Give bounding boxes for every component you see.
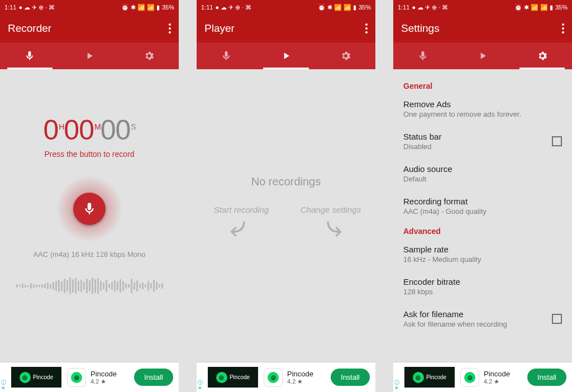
- record-button[interactable]: [73, 193, 106, 225]
- play-icon: [280, 50, 292, 61]
- ad-install-button[interactable]: Install: [134, 369, 173, 386]
- android-status-bar: 1:11 ● ☁ ✈ ⊕ · ⌘ ⏰ ✱ 📶 📶 ▮ 35%: [197, 0, 375, 15]
- ad-info-icon[interactable]: ⓘ✕: [1, 380, 6, 391]
- setting-encoder-bitrate[interactable]: Encoder bitrate 128 kbps: [393, 270, 572, 303]
- android-status-bar: 1:11 ● ☁ ✈ ⊕ · ⌘ ⏰ ✱ 📶 📶 ▮ 35%: [0, 0, 179, 15]
- gear-icon: [340, 50, 351, 61]
- tab-recorder[interactable]: [0, 42, 60, 69]
- ad-brand-tile: ◎ Pincode: [208, 367, 258, 388]
- battery-text: 35%: [555, 4, 568, 11]
- android-status-bar: 1:11 ● ☁ ✈ ⊕ · ⌘ ⏰ ✱ 📶 📶 ▮ 35%: [393, 0, 572, 15]
- ad-install-button[interactable]: Install: [331, 369, 370, 386]
- tab-player[interactable]: [60, 42, 120, 69]
- setting-title: Ask for filename: [403, 309, 552, 319]
- setting-status-bar[interactable]: Status bar Disabled: [393, 125, 572, 157]
- tab-player[interactable]: [256, 42, 316, 69]
- mic-icon: [221, 50, 232, 61]
- tab-player[interactable]: [453, 42, 513, 69]
- tab-bar: [0, 42, 179, 69]
- mic-icon: [24, 50, 35, 61]
- setting-audio-source[interactable]: Audio source Default: [393, 157, 572, 190]
- overflow-menu-icon[interactable]: [169, 23, 171, 34]
- setting-sub: One payment to remove ads forever.: [403, 110, 562, 118]
- timer-minutes: 00: [64, 114, 94, 146]
- setting-title: Remove Ads: [403, 99, 562, 109]
- tab-settings[interactable]: [119, 42, 179, 69]
- setting-sample-rate[interactable]: Sample rate 16 kHz - Medium quality: [393, 238, 572, 270]
- settings-content[interactable]: General Remove Ads One payment to remove…: [393, 69, 572, 362]
- ad-rating: 4.2 ★: [287, 378, 331, 385]
- tab-settings[interactable]: [512, 42, 572, 69]
- status-time: 1:11: [201, 4, 213, 11]
- record-button-glow: [56, 175, 123, 242]
- ad-banner[interactable]: ⓘ✕ ◎ Pincode ◎ Pincode 4.2 ★ Install: [393, 362, 572, 392]
- unit-h: H: [59, 122, 64, 131]
- setting-recording-format[interactable]: Recording format AAC (m4a) - Good qualit…: [393, 190, 572, 222]
- ad-rating: 4.2 ★: [484, 378, 527, 385]
- page-title: Recorder: [8, 22, 51, 35]
- alarm-icon: ⏰ ✱ 📶 📶 ▮: [318, 4, 356, 11]
- timer-display: 0H00M00S Press the button to record: [0, 114, 179, 159]
- ad-install-button[interactable]: Install: [527, 369, 566, 386]
- checkbox[interactable]: [552, 136, 562, 146]
- setting-sub: 128 kbps: [403, 288, 562, 296]
- notification-icon: ● ☁ ✈ ⊕ · ⌘: [412, 4, 448, 11]
- setting-sub: Disabled: [403, 142, 552, 151]
- play-icon: [84, 50, 95, 61]
- gear-icon: [144, 50, 155, 61]
- mic-icon: [82, 202, 97, 216]
- page-title: Settings: [401, 22, 440, 35]
- tab-recorder[interactable]: [393, 42, 453, 69]
- ad-brand-tile: ◎ Pincode: [11, 367, 61, 388]
- app-bar: Settings: [393, 15, 572, 42]
- waveform: [0, 272, 179, 300]
- ad-info-icon[interactable]: ⓘ✕: [198, 380, 203, 391]
- ad-app-icon: ◎: [460, 368, 479, 387]
- notification-icon: ● ☁ ✈ ⊕ · ⌘: [18, 4, 55, 11]
- ad-banner[interactable]: ⓘ✕ ◎ Pincode ◎ Pincode 4.2 ★ Install: [197, 362, 375, 392]
- record-hint: Press the button to record: [0, 150, 179, 159]
- ad-info-icon[interactable]: ⓘ✕: [394, 380, 399, 391]
- setting-remove-ads[interactable]: Remove Ads One payment to remove ads for…: [393, 93, 572, 125]
- setting-title: Recording format: [403, 197, 562, 206]
- ad-info: Pincode 4.2 ★: [484, 370, 527, 385]
- timer-seconds: 00: [101, 114, 131, 146]
- play-icon: [477, 50, 488, 61]
- tab-bar: [197, 42, 375, 69]
- format-label: AAC (m4a) 16 kHz 128 kbps Mono: [0, 250, 179, 259]
- alarm-icon: ⏰ ✱ 📶 📶 ▮: [514, 4, 553, 11]
- pin-icon: ◎: [216, 372, 227, 383]
- hint-left-label: Start recording: [214, 205, 269, 214]
- ad-banner[interactable]: ⓘ✕ ◎ Pincode ◎ Pincode 4.2 ★ Install: [0, 362, 179, 392]
- unit-s: S: [131, 122, 135, 131]
- pin-icon: ◎: [413, 372, 424, 383]
- app-bar: Player: [197, 15, 375, 42]
- tab-settings[interactable]: [316, 42, 375, 69]
- setting-sub: Default: [403, 175, 562, 183]
- tab-bar: [393, 42, 572, 69]
- setting-title: Sample rate: [403, 245, 562, 254]
- setting-ask-filename[interactable]: Ask for filename Ask for filename when r…: [393, 303, 572, 335]
- ad-app-name: Pincode: [90, 370, 134, 378]
- battery-text: 35%: [359, 4, 371, 11]
- battery-text: 35%: [162, 4, 174, 11]
- recorder-content: 0H00M00S Press the button to record AAC …: [0, 69, 179, 362]
- hint-change-settings: Change settings: [290, 205, 371, 240]
- overflow-menu-icon[interactable]: [562, 23, 564, 34]
- setting-sub: Ask for filename when recording: [403, 320, 552, 328]
- curved-arrow-left-icon: [230, 218, 252, 240]
- curved-arrow-right-icon: [320, 218, 342, 240]
- tab-recorder[interactable]: [197, 42, 256, 69]
- setting-title: Status bar: [403, 132, 552, 141]
- checkbox[interactable]: [552, 314, 562, 324]
- ad-app-name: Pincode: [484, 370, 527, 378]
- phone-player: 1:11 ● ☁ ✈ ⊕ · ⌘ ⏰ ✱ 📶 📶 ▮ 35% Player No…: [197, 0, 375, 392]
- overflow-menu-icon[interactable]: [365, 23, 368, 34]
- setting-title: Audio source: [403, 164, 562, 174]
- section-advanced: Advanced: [393, 222, 572, 238]
- player-content: No recordings Start recording Change set…: [197, 69, 375, 362]
- hint-start-recording: Start recording: [201, 205, 282, 240]
- ad-app-icon: ◎: [264, 368, 283, 387]
- pin-icon: ◎: [20, 372, 31, 383]
- app-bar: Recorder: [0, 15, 179, 42]
